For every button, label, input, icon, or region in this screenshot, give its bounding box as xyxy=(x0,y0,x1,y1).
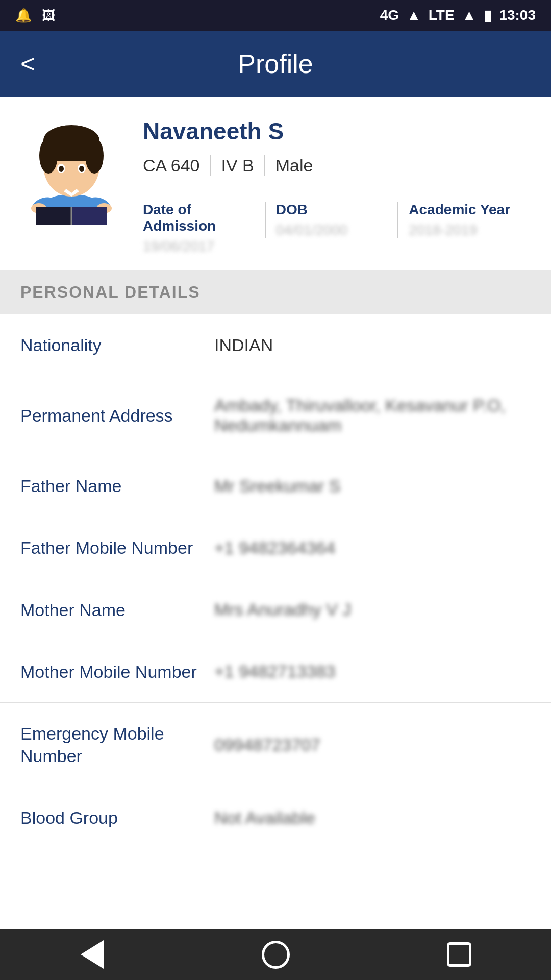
svg-rect-10 xyxy=(48,138,94,161)
detail-row: Emergency Mobile Number09948723707 xyxy=(0,703,551,787)
date-of-admission-value: 19/06/2017 xyxy=(143,238,255,255)
detail-label: Father Mobile Number xyxy=(20,536,214,559)
image-icon: 🖼 xyxy=(42,8,55,23)
bottom-navigation xyxy=(0,929,551,980)
home-nav-icon xyxy=(262,941,290,969)
status-bar: 🔔 🖼 4G ▲ LTE ▲ ▮ 13:03 xyxy=(0,0,551,31)
back-button[interactable]: < xyxy=(20,49,35,79)
detail-label: Father Name xyxy=(20,475,214,497)
avatar xyxy=(20,117,122,225)
svg-rect-15 xyxy=(36,207,71,225)
academic-year-label: Academic Year xyxy=(409,202,520,218)
detail-row: Father Mobile Number+1 9482364364 xyxy=(0,517,551,579)
detail-value: Not Available xyxy=(214,808,531,828)
profile-section: Navaneeth S CA 640 IV B Male Date of Adm… xyxy=(0,97,551,270)
nav-back-button[interactable] xyxy=(74,937,110,972)
clock: 13:03 xyxy=(499,7,536,23)
lte-signal-bar: ▲ xyxy=(462,7,477,23)
detail-value: Ambady, Thiruvalloor, Kesavanur P.O, Ned… xyxy=(214,396,531,435)
academic-year-col: Academic Year 2018-2019 xyxy=(397,202,531,238)
recent-nav-icon xyxy=(447,942,471,967)
nav-home-button[interactable] xyxy=(258,937,293,972)
detail-value: +1 9482364364 xyxy=(214,538,531,558)
back-nav-icon xyxy=(81,940,104,969)
detail-row: Father NameMr Sreekumar S xyxy=(0,455,551,517)
detail-label: Nationality xyxy=(20,334,214,356)
page-title: Profile xyxy=(238,48,313,79)
signal-4g: 4G xyxy=(380,7,399,23)
profile-dates: Date of Admission 19/06/2017 DOB 04/01/2… xyxy=(143,191,531,255)
status-bar-left: 🔔 🖼 xyxy=(15,8,55,23)
dob-label: DOB xyxy=(276,202,388,218)
roll-number: CA 640 xyxy=(143,156,210,176)
dob-col: DOB 04/01/2000 xyxy=(265,202,398,238)
dob-value: 04/01/2000 xyxy=(276,222,388,238)
battery-icon: ▮ xyxy=(484,7,491,24)
academic-year-value: 2018-2019 xyxy=(409,222,520,238)
student-name: Navaneeth S xyxy=(143,117,531,145)
detail-value: Mrs Anuradhy V J xyxy=(214,600,531,620)
detail-row: Blood GroupNot Available xyxy=(0,787,551,849)
detail-row: NationalityINDIAN xyxy=(0,314,551,376)
status-bar-right: 4G ▲ LTE ▲ ▮ 13:03 xyxy=(380,7,536,24)
notification-icon: 🔔 xyxy=(15,8,32,23)
date-of-admission-label: Date of Admission xyxy=(143,202,255,234)
detail-value: INDIAN xyxy=(214,335,531,355)
date-of-admission-col: Date of Admission 19/06/2017 xyxy=(143,202,265,255)
detail-value: Mr Sreekumar S xyxy=(214,476,531,496)
profile-info: Navaneeth S CA 640 IV B Male Date of Adm… xyxy=(143,117,531,255)
detail-label: Mother Mobile Number xyxy=(20,660,214,683)
signal-bar: ▲ xyxy=(407,7,421,23)
svg-point-13 xyxy=(59,166,64,172)
nav-recent-button[interactable] xyxy=(441,937,477,972)
header: < Profile xyxy=(0,31,551,97)
svg-rect-16 xyxy=(71,207,107,225)
svg-point-14 xyxy=(79,166,84,172)
section-header-personal: PERSONAL DETAILS xyxy=(0,270,551,314)
gender: Male xyxy=(265,156,323,176)
detail-label: Permanent Address xyxy=(20,404,214,427)
detail-label: Blood Group xyxy=(20,806,214,829)
detail-value: 09948723707 xyxy=(214,735,531,755)
detail-row: Mother NameMrs Anuradhy V J xyxy=(0,579,551,641)
section: IV B xyxy=(211,156,264,176)
profile-meta: CA 640 IV B Male xyxy=(143,155,531,176)
detail-label: Mother Name xyxy=(20,599,214,621)
personal-details-list: NationalityINDIANPermanent AddressAmbady… xyxy=(0,314,551,849)
detail-label: Emergency Mobile Number xyxy=(20,722,214,767)
detail-row: Mother Mobile Number+1 9482713383 xyxy=(0,641,551,703)
detail-value: +1 9482713383 xyxy=(214,662,531,681)
detail-row: Permanent AddressAmbady, Thiruvalloor, K… xyxy=(0,376,551,455)
lte-label: LTE xyxy=(429,7,455,23)
